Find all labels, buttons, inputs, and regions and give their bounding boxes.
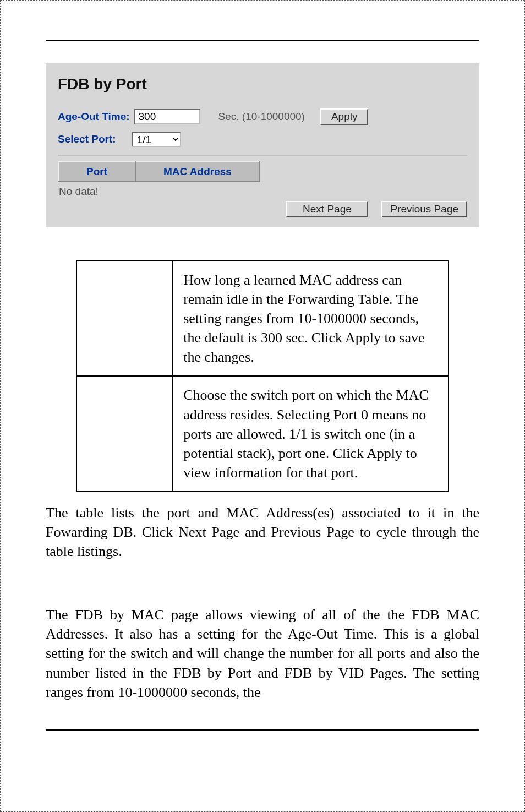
spacer [46,566,479,605]
desc-cell-right-0: How long a learned MAC address can remai… [173,261,449,376]
sec-range-label: Sec. (10-1000000) [218,111,305,123]
panel-divider [58,155,467,156]
page-border: FDB by Port Age-Out Time: Sec. (10-10000… [0,0,525,812]
desc-cell-left-0 [76,261,173,376]
pagination-row: Next Page Previous Page [58,201,467,217]
table-row: How long a learned MAC address can remai… [76,261,449,376]
paragraph-2: The FDB by MAC page allows viewing of al… [46,605,479,701]
fdb-by-port-panel: FDB by Port Age-Out Time: Sec. (10-10000… [46,63,479,227]
top-rule [46,40,479,41]
column-header-port: Port [58,162,135,182]
next-page-button[interactable]: Next Page [286,201,368,217]
no-data-message: No data! [59,186,467,198]
fdb-table: Port MAC Address [58,161,260,182]
table-row: Choose the switch port on which the MAC … [76,376,449,491]
page-content: FDB by Port Age-Out Time: Sec. (10-10000… [7,7,518,753]
apply-button[interactable]: Apply [320,108,369,125]
age-out-label: Age-Out Time: [58,111,130,123]
desc-cell-left-1 [76,376,173,491]
select-port-label: Select Port: [58,133,116,145]
age-out-input[interactable] [134,109,200,124]
panel-title: FDB by Port [58,75,467,93]
age-out-row: Age-Out Time: Sec. (10-1000000) Apply [58,108,467,125]
select-port-dropdown[interactable]: 1/1 [132,132,181,147]
previous-page-button[interactable]: Previous Page [381,201,467,217]
paragraph-1: The table lists the port and MAC Address… [46,503,479,561]
bottom-rule [46,729,479,731]
column-header-mac: MAC Address [135,162,260,182]
description-table: How long a learned MAC address can remai… [76,260,449,492]
desc-cell-right-1: Choose the switch port on which the MAC … [173,376,449,491]
select-port-row: Select Port: 1/1 [58,132,467,147]
